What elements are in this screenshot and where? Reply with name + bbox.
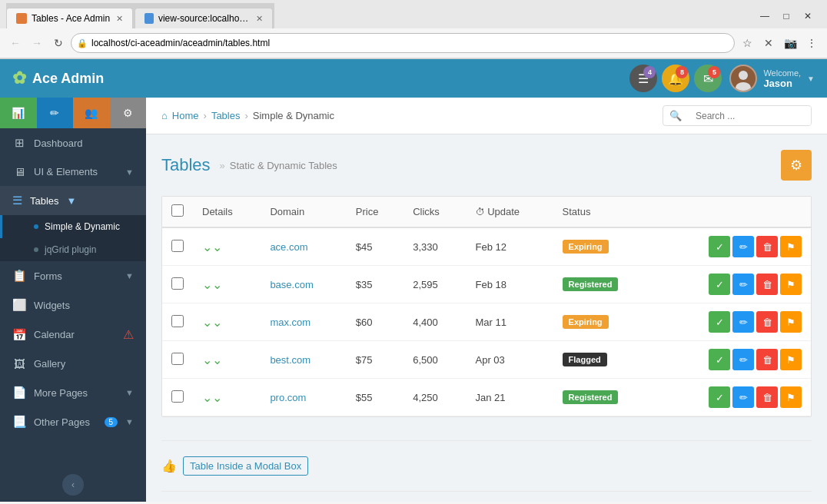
settings-gear-button[interactable]: ⚙ xyxy=(781,150,812,181)
user-menu[interactable]: Welcome, Jason ▼ xyxy=(729,65,815,92)
sidebar-item-jqgrid[interactable]: jqGrid plugin xyxy=(0,238,146,261)
action-delete-3[interactable]: 🗑 xyxy=(756,311,778,333)
action-delete-1[interactable]: 🗑 xyxy=(756,236,778,257)
domain-link-2[interactable]: base.com xyxy=(270,279,313,290)
row-status-cell: Registered xyxy=(553,266,656,303)
minimize-button[interactable]: — xyxy=(755,6,775,26)
row-checkbox-2[interactable] xyxy=(171,277,184,290)
sidebar-label-other-pages: Other Pages xyxy=(34,416,97,428)
action-delete-2[interactable]: 🗑 xyxy=(756,274,778,295)
row-price-4: $75 xyxy=(356,354,373,366)
svg-point-0 xyxy=(739,71,748,80)
row-domain-cell: pro.com xyxy=(261,379,346,416)
sidebar-tool-charts[interactable]: 📊 xyxy=(0,98,37,128)
breadcrumb-sep-2: › xyxy=(244,110,247,121)
tab-2[interactable]: view-source:localhost/ci-... ✕ xyxy=(135,8,273,28)
star-icon[interactable]: ☆ xyxy=(738,34,756,52)
action-check-1[interactable]: ✓ xyxy=(709,236,730,257)
domain-link-5[interactable]: pro.com xyxy=(270,392,306,403)
sidebar-item-widgets[interactable]: ⬜ Widgets xyxy=(0,290,146,320)
action-check-2[interactable]: ✓ xyxy=(709,274,730,295)
sidebar-item-other-pages[interactable]: 📃 Other Pages 5 ▼ xyxy=(0,407,146,436)
row-expand-icon-4[interactable]: ⌄⌄ xyxy=(202,353,222,366)
sidebar-item-gallery[interactable]: 🖼 Gallery xyxy=(0,350,146,378)
back-button[interactable]: ← xyxy=(6,34,25,52)
action-edit-1[interactable]: ✏ xyxy=(732,236,754,257)
row-checkbox-5[interactable] xyxy=(171,390,184,403)
row-domain-cell: best.com xyxy=(261,341,346,379)
sidebar-item-more-pages[interactable]: 📄 More Pages ▼ xyxy=(0,378,146,407)
sidebar-item-ui-elements[interactable]: 🖥 UI & Elements ▼ xyxy=(0,158,146,186)
row-clicks-4: 6,500 xyxy=(413,354,438,366)
sidebar-item-forms[interactable]: 📋 Forms ▼ xyxy=(0,261,146,290)
tab-close-1[interactable]: ✕ xyxy=(116,14,123,24)
row-checkbox-3[interactable] xyxy=(171,315,184,327)
action-delete-5[interactable]: 🗑 xyxy=(756,386,778,408)
domain-link-1[interactable]: ace.com xyxy=(270,241,307,253)
more-pages-icon: 📄 xyxy=(12,386,26,400)
row-price-3: $60 xyxy=(356,317,373,328)
screenshot-icon[interactable]: 📷 xyxy=(781,34,799,52)
modal-link[interactable]: Table Inside a Modal Box xyxy=(183,456,308,476)
extension-icon[interactable]: ✕ xyxy=(759,34,778,52)
domain-link-4[interactable]: best.com xyxy=(270,354,311,366)
action-check-5[interactable]: ✓ xyxy=(709,386,730,408)
select-all-checkbox[interactable] xyxy=(171,204,184,217)
row-checkbox-4[interactable] xyxy=(171,353,184,365)
domain-link-3[interactable]: max.com xyxy=(270,317,311,328)
action-edit-5[interactable]: ✏ xyxy=(732,386,754,408)
action-edit-2[interactable]: ✏ xyxy=(732,274,754,295)
sidebar-tool-users[interactable]: 👥 xyxy=(73,98,110,128)
tab-1[interactable]: Tables - Ace Admin ✕ xyxy=(6,8,133,28)
row-clicks-cell: 4,400 xyxy=(404,303,466,341)
mail-button[interactable]: ✉ 5 xyxy=(694,65,722,92)
row-expand-icon-1[interactable]: ⌄⌄ xyxy=(202,240,222,254)
calendar-alert-icon: ⚠ xyxy=(123,327,134,342)
forward-button[interactable]: → xyxy=(28,34,46,52)
sidebar-tool-edit[interactable]: ✏ xyxy=(37,98,74,128)
sidebar-tool-settings[interactable]: ⚙ xyxy=(110,98,147,128)
action-flag-2[interactable]: ⚑ xyxy=(780,274,802,295)
row-clicks-2: 2,595 xyxy=(413,279,438,290)
action-check-4[interactable]: ✓ xyxy=(709,349,730,370)
action-flag-4[interactable]: ⚑ xyxy=(780,349,802,370)
action-check-3[interactable]: ✓ xyxy=(709,311,730,333)
leaf-icon: ✿ xyxy=(12,68,26,88)
address-input[interactable] xyxy=(71,33,735,53)
row-price-2: $35 xyxy=(356,279,373,290)
sidebar-item-simple-dynamic[interactable]: Simple & Dynamic xyxy=(0,215,146,238)
ui-icon: 🖥 xyxy=(12,165,26,178)
breadcrumb-home[interactable]: Home xyxy=(172,110,199,121)
action-edit-3[interactable]: ✏ xyxy=(732,311,754,333)
breadcrumb-parent[interactable]: Tables xyxy=(211,110,241,121)
status-badge-5: Registered xyxy=(563,390,619,404)
action-buttons-1: ✓ ✏ 🗑 ⚑ xyxy=(666,236,802,257)
row-expand-icon-5[interactable]: ⌄⌄ xyxy=(202,391,222,404)
reload-button[interactable]: ↻ xyxy=(49,34,68,52)
sidebar-collapse-btn[interactable]: ‹ xyxy=(62,474,84,496)
menu-icon[interactable]: ⋮ xyxy=(802,34,821,52)
page-subtitle: Static & Dynamic Tables xyxy=(220,160,337,171)
tables-submenu: Simple & Dynamic jqGrid plugin xyxy=(0,215,146,261)
list-icon-button[interactable]: ☰ 4 xyxy=(629,65,657,92)
row-expand-icon-3[interactable]: ⌄⌄ xyxy=(202,316,222,329)
row-checkbox-1[interactable] xyxy=(171,240,184,252)
action-edit-4[interactable]: ✏ xyxy=(732,349,754,370)
action-flag-1[interactable]: ⚑ xyxy=(780,236,802,257)
close-button[interactable]: ✕ xyxy=(798,6,818,26)
action-flag-5[interactable]: ⚑ xyxy=(780,386,802,408)
sidebar-item-calendar[interactable]: 📅 Calendar ⚠ xyxy=(0,320,146,350)
sidebar-item-tables[interactable]: ☰ Tables ▼ xyxy=(0,186,146,215)
tab-close-2[interactable]: ✕ xyxy=(256,14,263,24)
section-divider-1 xyxy=(161,440,812,441)
modal-link-section: 👍 Table Inside a Modal Box xyxy=(161,449,812,483)
search-input[interactable] xyxy=(688,107,811,125)
maximize-button[interactable]: □ xyxy=(776,6,796,26)
action-flag-3[interactable]: ⚑ xyxy=(780,311,802,333)
more-pages-arrow-icon: ▼ xyxy=(125,388,134,397)
sidebar-item-dashboard[interactable]: ⊞ Dashboard xyxy=(0,128,146,158)
welcome-text: Welcome, xyxy=(763,68,801,78)
row-expand-icon-2[interactable]: ⌄⌄ xyxy=(202,278,222,291)
action-delete-4[interactable]: 🗑 xyxy=(756,349,778,370)
bell-button[interactable]: 🔔 8 xyxy=(662,65,689,92)
